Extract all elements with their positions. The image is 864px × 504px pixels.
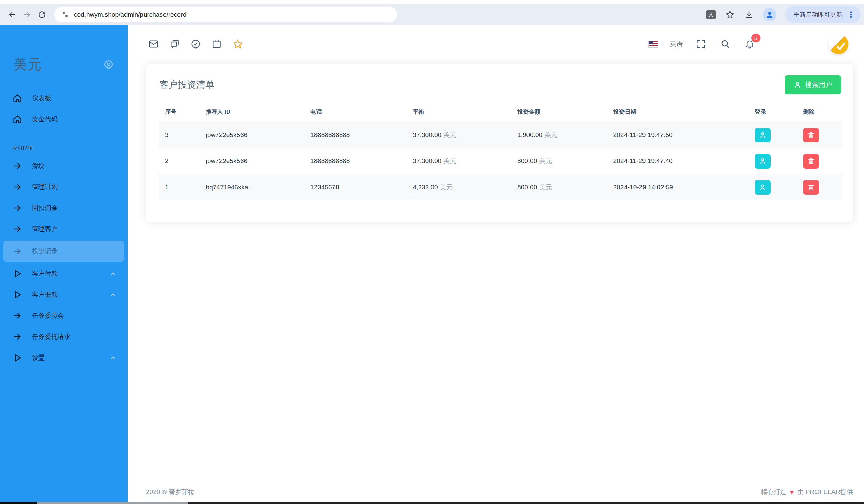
download-icon [744,10,754,19]
col-header-balance: 平衡 [407,103,512,122]
sidebar-section-label: 应用程序 [0,130,128,155]
delete-record-button[interactable] [803,128,819,142]
delete-record-button[interactable] [803,154,819,169]
sidebar-item-label: 管理计划 [32,182,117,191]
notifications-button[interactable]: 5 [743,38,756,50]
cell-delete [797,174,842,201]
language-selector[interactable]: 英语 [670,40,683,48]
sidebar: 美元 仪表板 奖金代码 应用程序 滑块 [0,25,128,502]
favorite-star-icon[interactable] [231,38,244,50]
login-as-user-button[interactable] [755,128,771,142]
browser-menu-icon[interactable]: ⋮ [847,11,855,19]
sidebar-item-investment-record[interactable]: 投资记录 [3,241,124,262]
cell-no: 3 [159,122,200,148]
play-triangle-icon [12,290,22,300]
back-icon [8,10,16,19]
footer: 2020 © 普罗菲拉 精心打造 ♥ 由 PROFELAR提供 [146,488,853,496]
star-icon [725,10,735,19]
login-as-user-button[interactable] [755,180,771,195]
sidebar-item-label: 任务委员会 [32,311,117,320]
credits-text: 精心打造 ♥ 由 PROFELAR提供 [760,488,853,496]
mail-icon[interactable] [147,38,160,50]
relaunch-update-button[interactable]: 重新启动即可更新 ⋮ [785,6,861,23]
chrome-actions: 文 重新启动即可更新 ⋮ [706,6,859,23]
sidebar-item-label: 设置 [32,353,100,362]
currency-label: 美元 [443,131,456,139]
url-bar[interactable]: cod.hwym.shop/admin/purchase/record [54,7,397,22]
col-header-delete: 删除 [797,103,842,122]
sidebar-item-label: 客户付款 [32,269,100,278]
forward-icon [23,10,32,19]
sidebar-item-manage-plans[interactable]: 管理计划 [0,176,128,197]
currency-label: 美元 [539,157,552,165]
page-title: 客户投资清单 [159,79,214,91]
cell-no: 2 [159,148,200,174]
cell-delete [797,122,842,148]
chevron-up-icon [109,291,117,299]
search-icon[interactable] [719,38,732,50]
sidebar-item-task-committee[interactable]: 任务委员会 [0,305,128,326]
sidebar-item-label: 投资记录 [32,247,117,256]
cell-balance: 4,232.00美元 [407,174,512,201]
translate-icon[interactable]: 文 [706,10,716,19]
cell-login [749,148,797,174]
person-icon [758,183,767,191]
sidebar-item-customer-withdrawals[interactable]: 客户提款 [0,284,128,305]
refresh-icon [38,10,47,19]
arrow-right-icon [12,161,22,171]
col-header-login: 登录 [749,103,797,122]
cell-referrer: jpw722e5k566 [200,148,304,174]
downloads-button[interactable] [744,10,754,20]
arrow-right-icon [12,311,22,321]
cell-balance: 37,300.00美元 [407,148,512,174]
currency-label: 美元 [539,183,552,191]
sidebar-toggle-icon[interactable] [103,59,114,70]
person-icon [758,131,767,139]
sidebar-item-settings[interactable]: 设置 [0,347,128,368]
fullscreen-icon[interactable] [694,38,707,50]
check-circle-icon[interactable] [189,38,202,50]
forward-button[interactable] [20,7,35,22]
sidebar-item-bonus-code[interactable]: 奖金代码 [0,109,128,130]
play-triangle-icon [12,353,22,363]
credits-suffix: 由 PROFELAR提供 [797,488,853,496]
browser-toolbar: cod.hwym.shop/admin/purchase/record 文 重新… [0,0,864,25]
heart-icon: ♥ [790,488,794,496]
arrow-right-icon [12,182,22,192]
trash-icon [807,183,815,191]
arrow-right-icon [12,246,22,256]
col-header-date: 投资日期 [607,103,749,122]
cell-date: 2024-11-29 19:47:50 [607,122,749,148]
table-row: 3 jpw722e5k566 18888888888 37,300.00美元 1… [159,122,842,148]
bookmark-star-button[interactable] [725,10,735,20]
search-user-button[interactable]: 搜索用户 [784,75,841,94]
site-info-icon[interactable] [61,11,69,19]
col-header-referrer: 推荐人 ID [200,103,304,122]
col-header-amount: 投资金额 [511,103,607,122]
sidebar-item-manage-customers[interactable]: 管理客户 [0,218,128,239]
refresh-button[interactable] [35,7,49,22]
app-logo[interactable]: 美元 [14,55,42,74]
cell-phone: 12345678 [304,174,406,201]
arrow-right-icon [12,224,22,234]
currency-label: 美元 [443,157,456,165]
check-icon [835,41,847,52]
login-as-user-button[interactable] [755,154,771,169]
user-avatar[interactable] [829,34,848,54]
us-flag-icon[interactable] [648,41,658,48]
calendar-icon[interactable] [210,38,223,50]
sidebar-item-customer-payments[interactable]: 客户付款 [0,263,128,284]
back-button[interactable] [5,7,20,22]
browser-profile-button[interactable] [763,8,777,21]
topbar: 英语 5 [128,25,864,63]
sidebar-item-dashboard[interactable]: 仪表板 [0,88,128,109]
horizontal-scrollbar-thumb[interactable] [37,502,188,504]
address-bar-row: cod.hwym.shop/admin/purchase/record 文 重新… [0,4,864,25]
delete-record-button[interactable] [803,180,819,195]
sidebar-item-rebate-commission[interactable]: 回扣佣金 [0,197,128,218]
chat-icon[interactable] [168,38,181,50]
sidebar-item-task-delegation-requests[interactable]: 任务委托请求 [0,326,128,347]
sidebar-item-label: 管理客户 [32,225,117,233]
sidebar-item-slider[interactable]: 滑块 [0,155,128,176]
url-text[interactable]: cod.hwym.shop/admin/purchase/record [74,11,187,18]
